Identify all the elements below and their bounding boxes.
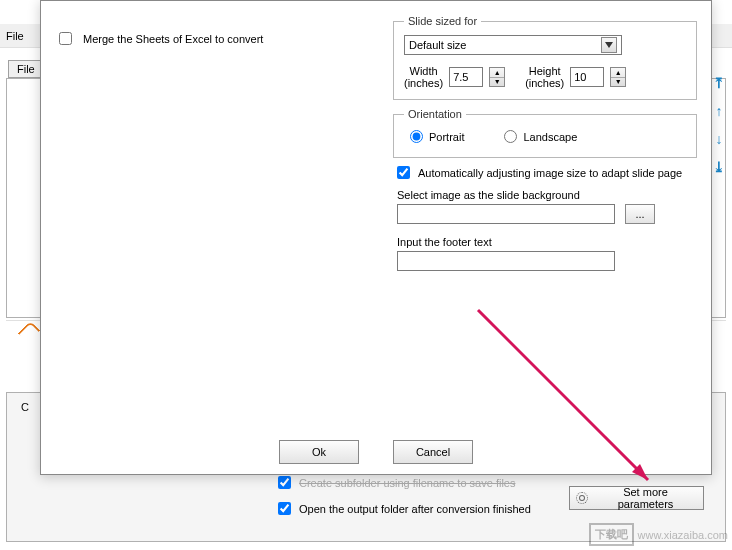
orientation-group: Orientation Portrait Landscape <box>393 108 697 158</box>
merge-sheets-checkbox[interactable] <box>59 32 72 45</box>
footer-text-input[interactable] <box>397 251 615 271</box>
openfolder-checkbox[interactable] <box>278 502 291 515</box>
move-top-icon[interactable]: ⤒ <box>712 76 726 90</box>
convert-arrow-icon <box>18 321 41 344</box>
portrait-label: Portrait <box>429 131 464 143</box>
move-up-icon[interactable]: ↑ <box>712 104 726 118</box>
openfolder-checkbox-row: Open the output folder after conversion … <box>278 502 531 515</box>
ok-button[interactable]: Ok <box>279 440 359 464</box>
dialog-button-row: Ok Cancel <box>41 440 711 464</box>
watermark-logo: 下载吧 <box>589 523 634 546</box>
landscape-option[interactable]: Landscape <box>504 130 577 143</box>
width-control: Width (inches) ▲▼ <box>404 65 505 89</box>
bg-image-input[interactable] <box>397 204 615 224</box>
subfolder-label: Create subfolder using filename to save … <box>299 477 515 489</box>
dropdown-button-icon <box>601 37 617 53</box>
portrait-radio[interactable] <box>410 130 423 143</box>
set-more-label: Set more parameters <box>594 486 697 510</box>
slide-size-legend: Slide sized for <box>404 15 481 27</box>
bg-image-label: Select image as the slide background <box>397 189 697 201</box>
merge-sheets-label: Merge the Sheets of Excel to convert <box>83 33 263 45</box>
slide-size-value: Default size <box>409 39 466 51</box>
set-more-parameters-button[interactable]: Set more parameters <box>569 486 704 510</box>
landscape-radio[interactable] <box>504 130 517 143</box>
move-down-icon[interactable]: ↓ <box>712 132 726 146</box>
watermark: 下载吧 www.xiazaiba.com <box>589 523 728 546</box>
cancel-button[interactable]: Cancel <box>393 440 473 464</box>
openfolder-label: Open the output folder after conversion … <box>299 503 531 515</box>
height-label: Height (inches) <box>525 65 564 89</box>
width-label: Width (inches) <box>404 65 443 89</box>
move-bottom-icon[interactable]: ⤓ <box>712 160 726 174</box>
slide-size-group: Slide sized for Default size Width (inch… <box>393 15 697 100</box>
height-input[interactable] <box>570 67 604 87</box>
footer-text-label: Input the footer text <box>397 236 697 248</box>
slide-size-dropdown[interactable]: Default size <box>404 35 622 55</box>
side-toolbar: ⤒ ↑ ↓ ⤓ <box>712 76 726 174</box>
browse-button[interactable]: ... <box>625 204 655 224</box>
watermark-url: www.xiazaiba.com <box>638 529 728 541</box>
ellipsis-icon: ... <box>635 208 644 220</box>
file-column-header[interactable]: File <box>8 60 44 78</box>
width-spinner[interactable]: ▲▼ <box>489 67 505 87</box>
height-spinner[interactable]: ▲▼ <box>610 67 626 87</box>
orientation-legend: Orientation <box>404 108 466 120</box>
auto-adjust-row: Automatically adjusting image size to ad… <box>397 166 697 179</box>
width-input[interactable] <box>449 67 483 87</box>
subfolder-checkbox-row: Create subfolder using filename to save … <box>278 476 515 489</box>
menu-file[interactable]: File <box>6 30 24 42</box>
landscape-label: Landscape <box>523 131 577 143</box>
height-control: Height (inches) ▲▼ <box>525 65 626 89</box>
portrait-option[interactable]: Portrait <box>410 130 464 143</box>
subfolder-checkbox[interactable] <box>278 476 291 489</box>
auto-adjust-label: Automatically adjusting image size to ad… <box>418 167 682 179</box>
auto-adjust-checkbox[interactable] <box>397 166 410 179</box>
parameters-dialog: Merge the Sheets of Excel to convert Sli… <box>40 0 712 475</box>
gear-icon <box>576 492 588 504</box>
merge-sheets-row: Merge the Sheets of Excel to convert <box>55 29 263 48</box>
drive-label: C <box>21 401 29 413</box>
